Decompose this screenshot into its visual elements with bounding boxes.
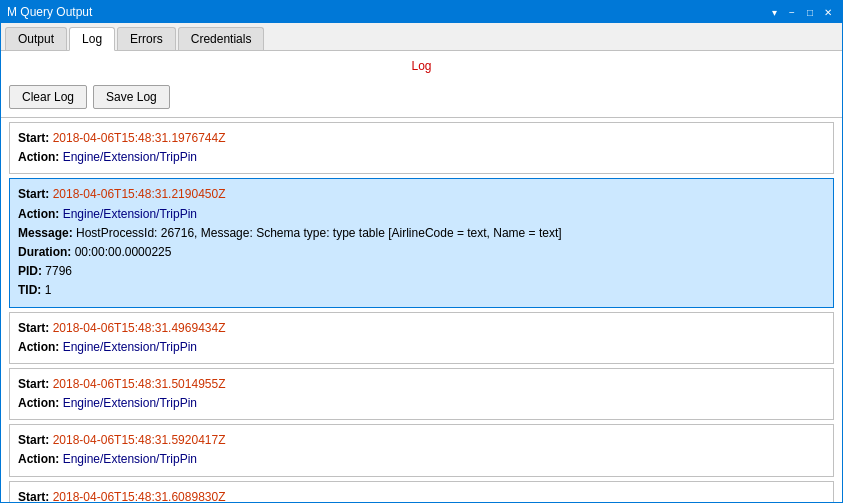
field-value: 2018-04-06T15:48:31.6089830Z	[53, 490, 226, 502]
log-entry-field: Message: HostProcessId: 26716, Message: …	[18, 224, 825, 243]
field-value: 2018-04-06T15:48:31.4969434Z	[53, 321, 226, 335]
tab-errors[interactable]: Errors	[117, 27, 176, 50]
field-label: Action:	[18, 150, 63, 164]
field-value: Engine/Extension/TripPin	[63, 340, 197, 354]
field-label: Start:	[18, 187, 53, 201]
field-label: Start:	[18, 131, 53, 145]
tab-bar: Output Log Errors Credentials	[1, 23, 842, 51]
field-label: TID:	[18, 283, 45, 297]
field-value: 2018-04-06T15:48:31.5920417Z	[53, 433, 226, 447]
field-label: Duration:	[18, 245, 75, 259]
window-controls: ▾ − □ ✕	[766, 4, 836, 20]
log-entry[interactable]: Start: 2018-04-06T15:48:31.6089830ZActio…	[9, 481, 834, 502]
field-label: Start:	[18, 490, 53, 502]
log-entry-field: Start: 2018-04-06T15:48:31.4969434Z	[18, 319, 825, 338]
field-value: 2018-04-06T15:48:31.2190450Z	[53, 187, 226, 201]
log-entry-field: Start: 2018-04-06T15:48:31.5014955Z	[18, 375, 825, 394]
log-entry[interactable]: Start: 2018-04-06T15:48:31.4969434ZActio…	[9, 312, 834, 364]
tab-output[interactable]: Output	[5, 27, 67, 50]
log-entry-field: Action: Engine/Extension/TripPin	[18, 148, 825, 167]
field-value: 2018-04-06T15:48:31.5014955Z	[53, 377, 226, 391]
field-value: Engine/Extension/TripPin	[63, 207, 197, 221]
field-label: Start:	[18, 377, 53, 391]
log-entry-field: Action: Engine/Extension/TripPin	[18, 338, 825, 357]
field-value: Engine/Extension/TripPin	[63, 452, 197, 466]
tab-log[interactable]: Log	[69, 27, 115, 51]
log-entry-field: Action: Engine/Extension/TripPin	[18, 450, 825, 469]
field-label: Action:	[18, 207, 63, 221]
field-label: PID:	[18, 264, 45, 278]
log-entry-field: Start: 2018-04-06T15:48:31.5920417Z	[18, 431, 825, 450]
restore-button[interactable]: ▾	[766, 4, 782, 20]
log-entry[interactable]: Start: 2018-04-06T15:48:31.1976744ZActio…	[9, 122, 834, 174]
field-value: Engine/Extension/TripPin	[63, 396, 197, 410]
minimize-button[interactable]: −	[784, 4, 800, 20]
log-entry-field: Action: Engine/Extension/TripPin	[18, 205, 825, 224]
toolbar: Clear Log Save Log	[1, 81, 842, 117]
log-heading: Log	[1, 51, 842, 81]
window-title: M Query Output	[7, 5, 92, 19]
log-container[interactable]: Start: 2018-04-06T15:48:31.1976744ZActio…	[1, 117, 842, 502]
title-bar: M Query Output ▾ − □ ✕	[1, 1, 842, 23]
field-label: Action:	[18, 340, 63, 354]
log-entry-field: PID: 7796	[18, 262, 825, 281]
field-label: Start:	[18, 321, 53, 335]
log-entry-field: Start: 2018-04-06T15:48:31.2190450Z	[18, 185, 825, 204]
field-value: 2018-04-06T15:48:31.1976744Z	[53, 131, 226, 145]
maximize-button[interactable]: □	[802, 4, 818, 20]
clear-log-button[interactable]: Clear Log	[9, 85, 87, 109]
tab-credentials[interactable]: Credentials	[178, 27, 265, 50]
log-entry-field: Action: Engine/Extension/TripPin	[18, 394, 825, 413]
log-entry-field: TID: 1	[18, 281, 825, 300]
field-label: Action:	[18, 396, 63, 410]
field-value: HostProcessId: 26716, Message: Schema ty…	[76, 226, 562, 240]
log-entry[interactable]: Start: 2018-04-06T15:48:31.5920417ZActio…	[9, 424, 834, 476]
field-label: Start:	[18, 433, 53, 447]
log-entry-field: Start: 2018-04-06T15:48:31.1976744Z	[18, 129, 825, 148]
log-entry-field: Start: 2018-04-06T15:48:31.6089830Z	[18, 488, 825, 502]
field-value: 7796	[45, 264, 72, 278]
log-entry[interactable]: Start: 2018-04-06T15:48:31.2190450ZActio…	[9, 178, 834, 307]
field-label: Action:	[18, 452, 63, 466]
field-label: Message:	[18, 226, 76, 240]
field-value: 00:00:00.0000225	[75, 245, 172, 259]
field-value: Engine/Extension/TripPin	[63, 150, 197, 164]
log-entry-field: Duration: 00:00:00.0000225	[18, 243, 825, 262]
log-entry[interactable]: Start: 2018-04-06T15:48:31.5014955ZActio…	[9, 368, 834, 420]
field-value: 1	[45, 283, 52, 297]
save-log-button[interactable]: Save Log	[93, 85, 170, 109]
close-button[interactable]: ✕	[820, 4, 836, 20]
content-area: Log Clear Log Save Log Start: 2018-04-06…	[1, 51, 842, 502]
main-window: M Query Output ▾ − □ ✕ Output Log Errors…	[0, 0, 843, 503]
